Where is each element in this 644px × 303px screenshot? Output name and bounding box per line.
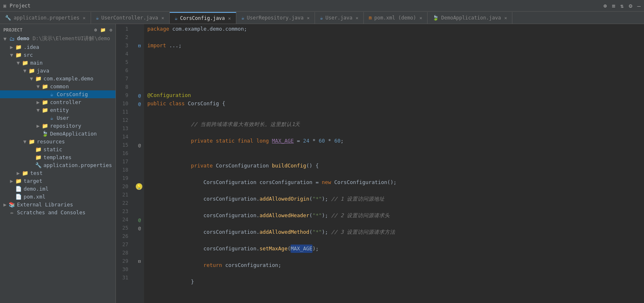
keyword: private xyxy=(191,137,213,145)
tree-item[interactable]: ▶ 📁 .idea xyxy=(0,43,115,51)
tree-item-scratches[interactable]: ✏ Scratches and Consoles xyxy=(0,208,115,216)
sidebar-icon-2[interactable]: 📁 xyxy=(100,27,106,33)
gutter-bulb[interactable]: 💡 xyxy=(135,182,144,191)
code-line-13: private static final long MAX_AGE = 24 *… xyxy=(147,133,644,149)
tab-icon: ☕ xyxy=(241,15,244,21)
tab-label: UserController.java xyxy=(101,15,158,21)
variable: corsConfiguration xyxy=(203,228,256,236)
line-num: 5 xyxy=(116,58,132,66)
tab-close[interactable]: ✕ xyxy=(83,15,86,21)
tab-close[interactable]: ✕ xyxy=(419,15,422,21)
tree-arrow: ▼ xyxy=(2,36,8,42)
tree-arrow: ▼ xyxy=(22,68,28,74)
tree-item[interactable]: ▼ 📁 resources xyxy=(0,138,115,145)
gutter-fold[interactable]: @ xyxy=(135,224,144,232)
line-num: 4 xyxy=(116,50,132,58)
comment: // 1 设置访问源地址 xyxy=(331,195,384,203)
code-line-12: // 当前跨域请求最大有效时长。这里默认1天 xyxy=(147,116,644,133)
number: 60 xyxy=(319,137,325,145)
toolbar-icon-3[interactable]: ⇅ xyxy=(620,2,624,9)
gutter-item xyxy=(135,265,144,274)
tree-item[interactable]: ▼ 📁 main xyxy=(0,59,115,67)
tree-item-templates[interactable]: 📁 templates xyxy=(0,153,115,161)
line-num: 24 xyxy=(116,216,132,224)
tree-label: External Libraries xyxy=(17,201,115,208)
tab-close[interactable]: ✕ xyxy=(161,15,164,21)
type: CorsConfiguration xyxy=(203,178,256,187)
comment: // 当前跨域请求最大有效时长。这里默认1天 xyxy=(191,120,300,128)
sidebar-icon-3[interactable]: ⚙ xyxy=(109,27,112,33)
comment: // 2 设置访问源请求头 xyxy=(331,211,390,220)
tree-item[interactable]: ▼ 🗂 demo D:\演示\ElementUI讲解\demo xyxy=(0,34,115,43)
tree-item[interactable]: ▼ 📁 java xyxy=(0,67,115,75)
tree-label: DemoApplication xyxy=(50,131,115,137)
folder-icon: 📁 xyxy=(35,75,42,82)
toolbar-icon-4[interactable]: ⚙ xyxy=(629,2,632,9)
tree-item[interactable]: ▶ 📁 repository xyxy=(0,122,115,130)
tab-label: UserRepository.java xyxy=(247,15,303,21)
code-lines[interactable]: package com.example.demo.common; import … xyxy=(144,24,644,303)
code-line-15: private CorsConfiguration buildConfig() … xyxy=(147,158,644,174)
tree-item-pom[interactable]: 📄 pom.xml xyxy=(0,193,115,201)
string: "*" xyxy=(312,211,322,220)
gutter-item xyxy=(135,191,144,199)
gutter-item xyxy=(135,166,144,174)
code-text: ); xyxy=(322,211,328,220)
tab-corsconfig[interactable]: ☕ CorsConfig.java ✕ xyxy=(170,12,236,24)
operator: * xyxy=(312,137,316,145)
tree-label: resources xyxy=(37,138,115,145)
tab-close[interactable]: ✕ xyxy=(307,15,310,21)
line-num: 1 xyxy=(116,25,132,33)
tab-application-properties[interactable]: 🔧 application.properties ✕ xyxy=(0,12,91,24)
line-num: 10 xyxy=(116,99,132,108)
tree-item-demoiml[interactable]: 📄 demo.iml xyxy=(0,185,115,193)
tree-item[interactable]: ▼ 📁 common xyxy=(0,82,115,90)
tree-item[interactable]: ▶ 📁 controller xyxy=(0,98,115,106)
code-text: ; xyxy=(341,137,344,145)
tree-item-test[interactable]: ▶ 📁 test xyxy=(0,169,115,177)
tab-close[interactable]: ✕ xyxy=(228,16,231,21)
tab-usercontroller[interactable]: ☕ UserController.java ✕ xyxy=(91,12,170,24)
code-editor[interactable]: 1 2 3 4 5 6 7 8 9 10 11 12 13 14 15 16 1… xyxy=(116,24,644,303)
tab-close[interactable]: ✕ xyxy=(356,15,358,21)
tree-item-ext-libs[interactable]: ▶ 📚 External Libraries xyxy=(0,201,115,208)
toolbar-icon-2[interactable]: ≡ xyxy=(612,2,615,9)
variable: corsConfiguration xyxy=(203,211,256,220)
tree-item-target[interactable]: ▶ 📁 target xyxy=(0,177,115,185)
tree-arrow: ▶ xyxy=(35,123,41,129)
tab-user[interactable]: ☕ User.java ✕ xyxy=(315,12,364,24)
gutter-fold[interactable]: ⊟ xyxy=(135,257,144,265)
tree-item[interactable]: 📁 static xyxy=(0,145,115,153)
gutter-fold[interactable]: @ xyxy=(135,141,144,149)
tree-item[interactable]: ▼ 📁 entity xyxy=(0,106,115,114)
folder-icon: 📁 xyxy=(35,154,42,160)
tree-item-app-properties[interactable]: 🔧 application.properties xyxy=(0,161,115,169)
tab-userrepository[interactable]: ☕ UserRepository.java ✕ xyxy=(236,12,315,24)
tab-close[interactable]: ✕ xyxy=(505,15,507,21)
toolbar-icon-1[interactable]: ⊕ xyxy=(603,2,607,9)
sidebar-icon-1[interactable]: ⊕ xyxy=(94,27,97,33)
code-text: ( xyxy=(309,211,312,220)
tree-item[interactable]: ▼ 📁 src xyxy=(0,51,115,59)
gutter-fold[interactable]: ⊟ xyxy=(135,41,144,50)
code-line-2 xyxy=(147,33,644,41)
tree-item-demoapplication[interactable]: 🍃 DemoApplication xyxy=(0,130,115,138)
code-line-3: import ...; xyxy=(147,41,644,50)
gutter-item xyxy=(135,133,144,141)
tree-item-corsconfig[interactable]: ☕ CorsConfig xyxy=(0,90,115,98)
line-num: 23 xyxy=(116,207,132,216)
tab-demoapplication[interactable]: 🍃 DemoApplication.java ✕ xyxy=(428,12,512,24)
function-name: addAllowedHeader xyxy=(260,211,309,220)
gutter-item xyxy=(135,116,144,124)
line-num: 2 xyxy=(116,33,132,41)
gutter-item xyxy=(135,249,144,257)
function-name: buildConfig xyxy=(272,162,306,170)
tree-item-user[interactable]: ☕ User xyxy=(0,114,115,122)
tree-item[interactable]: ▼ 📁 com.example.demo xyxy=(0,75,115,82)
keyword: long xyxy=(256,137,269,145)
toolbar-icon-5[interactable]: — xyxy=(637,2,641,9)
code-line-23 xyxy=(147,290,644,298)
tab-label: pom.xml (demo) xyxy=(374,15,416,21)
code-text: ); xyxy=(322,195,328,203)
tab-pomxml[interactable]: m pom.xml (demo) ✕ xyxy=(364,12,428,24)
